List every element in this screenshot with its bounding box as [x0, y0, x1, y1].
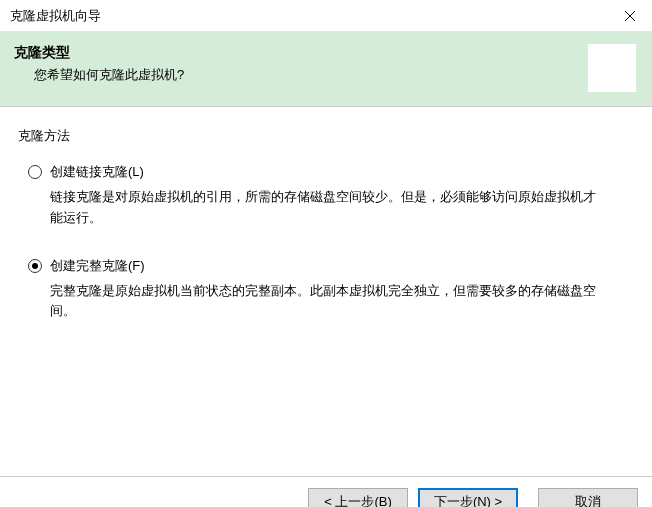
titlebar: 克隆虚拟机向导 [0, 0, 652, 32]
wizard-footer: < 上一步(B) 下一步(N) > 取消 [0, 477, 652, 507]
back-button[interactable]: < 上一步(B) [308, 488, 408, 507]
cancel-button[interactable]: 取消 [538, 488, 638, 507]
wizard-content: 克隆方法 创建链接克隆(L) 链接克隆是对原始虚拟机的引用，所需的存储磁盘空间较… [0, 107, 652, 477]
close-icon [625, 11, 635, 21]
radio-label: 创建链接克隆(L) [50, 163, 144, 181]
radio-description-full-clone: 完整克隆是原始虚拟机当前状态的完整副本。此副本虚拟机完全独立，但需要较多的存储磁… [18, 281, 634, 323]
next-button[interactable]: 下一步(N) > [418, 488, 518, 507]
radio-icon [28, 259, 42, 273]
radio-description-linked-clone: 链接克隆是对原始虚拟机的引用，所需的存储磁盘空间较少。但是，必须能够访问原始虚拟… [18, 187, 634, 229]
radio-option-linked-clone[interactable]: 创建链接克隆(L) [18, 163, 634, 181]
close-button[interactable] [607, 0, 652, 32]
wizard-header: 克隆类型 您希望如何克隆此虚拟机? [0, 32, 652, 107]
wizard-header-icon [588, 44, 636, 92]
window-title: 克隆虚拟机向导 [10, 7, 101, 25]
wizard-header-text: 克隆类型 您希望如何克隆此虚拟机? [14, 44, 588, 84]
group-label-clone-method: 克隆方法 [18, 127, 634, 145]
wizard-header-title: 克隆类型 [14, 44, 588, 62]
radio-label: 创建完整克隆(F) [50, 257, 145, 275]
wizard-header-subtitle: 您希望如何克隆此虚拟机? [14, 66, 588, 84]
radio-icon [28, 165, 42, 179]
radio-option-full-clone[interactable]: 创建完整克隆(F) [18, 257, 634, 275]
